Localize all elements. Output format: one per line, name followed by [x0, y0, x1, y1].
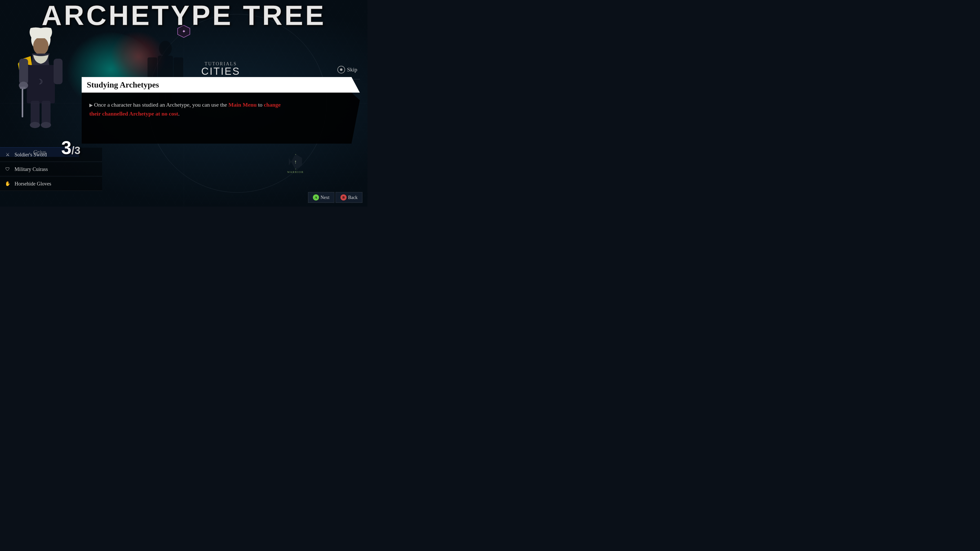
- svg-rect-13: [54, 59, 62, 84]
- armor-icon: 🛡: [4, 165, 11, 173]
- skip-icon: [337, 66, 345, 73]
- svg-point-0: [159, 41, 172, 56]
- svg-rect-16: [20, 87, 25, 89]
- character-figure: ☽: [8, 25, 74, 133]
- skip-button[interactable]: Skip: [337, 66, 357, 73]
- bottom-nav: A Next B Back: [308, 192, 363, 203]
- equipment-name: Military Cuirass: [14, 166, 48, 172]
- body-text-1: Once a character has studied an Archetyp…: [94, 102, 229, 108]
- list-item: ✋ Horsehide Gloves: [0, 177, 102, 191]
- svg-point-9: [33, 37, 48, 55]
- skip-circle-inner: [340, 68, 342, 71]
- highlight-main-menu: Main Menu: [228, 102, 257, 108]
- svg-point-20: [41, 122, 51, 128]
- section-title-bar: Studying Archetypes: [82, 77, 360, 93]
- next-button[interactable]: A Next: [308, 192, 334, 203]
- list-item: 🛡 Military Cuirass: [0, 162, 102, 176]
- body-text-2: to: [257, 102, 264, 108]
- warrior-hex: ↑: [288, 154, 303, 169]
- equipment-name: Soldier's Sword: [14, 152, 47, 158]
- body-text-3: .: [178, 110, 180, 117]
- list-item: ⚔ Soldier's Sword: [0, 148, 102, 162]
- sword-icon: ⚔: [4, 151, 11, 159]
- svg-point-19: [30, 122, 40, 128]
- btn-b-icon: B: [340, 194, 347, 200]
- btn-a-label: A: [315, 195, 317, 200]
- svg-rect-12: [19, 59, 28, 84]
- tutorial-panel: TUTORIALS CITIES Studying Archetypes Onc…: [82, 61, 360, 144]
- warrior-badge: ↑ WARRIOR: [287, 154, 304, 173]
- tutorial-header: TUTORIALS CITIES: [82, 61, 360, 76]
- svg-text:☽: ☽: [37, 78, 43, 86]
- back-label: Back: [348, 195, 358, 200]
- warrior-icon: ↑: [294, 159, 297, 165]
- tutorial-body: Once a character has studied an Archetyp…: [89, 100, 288, 118]
- tutorial-category-sub: CITIES: [82, 67, 360, 76]
- skip-label: Skip: [347, 66, 357, 73]
- btn-b-label: B: [342, 195, 345, 200]
- tutorial-content-box: Once a character has studied an Archetyp…: [82, 93, 360, 144]
- stats-current: 3: [61, 138, 72, 158]
- main-title: Archetype Tree: [0, 0, 368, 29]
- equipment-name: Horsehide Gloves: [14, 181, 51, 187]
- glove-icon: ✋: [4, 180, 11, 187]
- next-label: Next: [321, 195, 329, 200]
- stats-fraction: /3: [72, 144, 80, 156]
- equipment-list: ⚔ Soldier's Sword 🛡 Military Cuirass ✋ H…: [0, 148, 102, 206]
- back-button[interactable]: B Back: [336, 192, 363, 203]
- svg-rect-15: [22, 87, 23, 118]
- warrior-label: WARRIOR: [287, 170, 304, 173]
- character-area: ☽: [0, 25, 82, 133]
- btn-a-icon: A: [313, 194, 319, 200]
- stats-counter: 3/3: [61, 137, 80, 158]
- section-title: Studying Archetypes: [87, 80, 159, 89]
